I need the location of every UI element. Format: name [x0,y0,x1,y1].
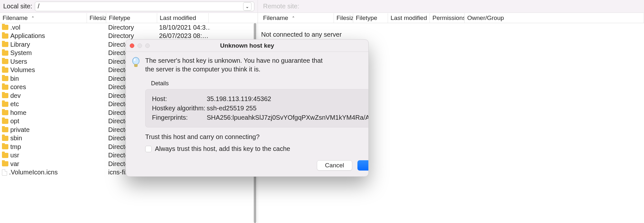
folder-icon [2,119,8,124]
local-path-combo[interactable]: / ⌄ [35,2,254,11]
file-name: bin [10,75,19,82]
local-path-bar: Local site: / ⌄ [0,0,258,13]
dialog-buttons: Cancel OK [145,160,369,171]
folder-icon [2,144,8,149]
folder-icon [2,153,8,158]
dialog-message-line1: The server's host key is unknown. You ha… [145,56,369,65]
remote-path-bar: Remote site: [258,0,644,13]
folder-icon [2,136,8,141]
folder-icon [2,59,8,64]
local-headers: Filename ⌃ Filesize Filetype Last modifi… [0,13,258,23]
always-trust-label: Always trust this host, add this key to … [155,144,290,153]
remote-empty-message: Not connected to any server [261,31,342,38]
file-name: .vol [10,24,20,31]
file-name: Users [10,58,27,65]
file-name: Library [10,41,30,48]
file-name: home [10,109,26,116]
trust-question: Trust this host and carry on connecting? [145,133,369,141]
svg-point-1 [134,59,136,61]
sort-asc-icon: ⌃ [292,16,295,20]
host-value: 35.198.113.119:45362 [207,95,271,103]
file-name: usr [10,152,19,159]
ok-button[interactable]: OK [357,160,369,171]
file-name: etc [10,100,19,108]
file-name: private [10,126,30,134]
file-name: Volumes [10,66,35,74]
header-filesize[interactable]: Filesize [334,13,353,23]
local-site-label: Local site: [3,3,32,10]
remote-site-label: Remote site: [263,3,299,10]
file-name: opt [10,117,19,125]
file-type: Directory [108,32,159,40]
unknown-host-key-dialog: Unknown host key The server's host key i… [126,39,369,177]
folder-icon [2,110,8,115]
algo-value: ssh-ed25519 255 [207,104,257,113]
folder-icon [2,33,8,39]
file-name: var [10,160,19,168]
table-row[interactable]: .volDirectory18/10/2021 04:3… [0,23,258,32]
remote-headers: Filename ⌃ Filesize Filetype Last modifi… [258,13,644,23]
dialog-message-line2: the server is the computer you think it … [145,65,369,74]
lightbulb-icon [131,57,141,67]
dialog-titlebar[interactable]: Unknown host key [126,40,368,52]
file-name: .VolumeIcon.icns [9,169,58,176]
folder-icon [2,102,8,107]
algo-label: Hostkey algorithm: [152,104,207,113]
file-type: Directory [108,24,159,31]
dialog-content: The server's host key is unknown. You ha… [145,56,369,171]
folder-icon [2,42,8,47]
svg-rect-2 [134,64,137,67]
header-owner[interactable]: Owner/Group [465,13,644,23]
header-filetype[interactable]: Filetype [353,13,388,23]
file-modified: 18/10/2021 04:3… [159,24,211,31]
sort-asc-icon: ⌃ [31,16,34,20]
local-path-value: / [38,3,243,10]
folder-icon [2,93,8,98]
folder-icon [2,25,8,30]
folder-icon [2,68,8,73]
folder-icon [2,161,8,166]
file-modified: 26/07/2023 08:… [159,32,211,40]
folder-icon [2,76,8,81]
file-name: dev [10,92,21,99]
cancel-button[interactable]: Cancel [317,160,352,171]
header-lastmod[interactable]: Last modified [388,13,430,23]
dialog-body: The server's host key is unknown. You ha… [126,52,368,176]
always-trust-checkbox[interactable] [145,146,152,152]
details-box: Host: 35.198.113.119:45362 Hostkey algor… [145,89,369,127]
header-filename[interactable]: Filename ⌃ [260,13,334,23]
header-permissions[interactable]: Permissions [430,13,465,23]
fingerprint-label: Fingerprints: [152,113,207,122]
folder-icon [2,85,8,90]
header-filetype[interactable]: Filetype [106,13,157,23]
fingerprint-value: SHA256:lpueahkSlJ7zj0SvYOfgqPXwZsnVM1kYM… [207,113,369,122]
dialog-title: Unknown host key [126,42,368,49]
folder-icon [2,127,8,132]
file-name: Applications [10,32,45,40]
svg-point-0 [133,57,139,65]
path-bars: Local site: / ⌄ Remote site: [0,0,644,13]
file-name: sbin [10,135,22,142]
details-label: Details [151,79,369,87]
folder-icon [2,51,8,56]
file-icon [2,169,7,176]
column-headers: Filename ⌃ Filesize Filetype Last modifi… [0,13,644,23]
file-name: tmp [10,143,21,151]
chevron-down-icon[interactable]: ⌄ [243,2,251,11]
file-name: cores [10,83,26,91]
always-trust-row[interactable]: Always trust this host, add this key to … [145,144,369,153]
header-filesize[interactable]: Filesize [87,13,106,23]
header-lastmod[interactable]: Last modified [157,13,209,23]
file-name: System [10,49,32,57]
header-filename[interactable]: Filename ⌃ [0,13,87,23]
host-label: Host: [152,95,207,103]
